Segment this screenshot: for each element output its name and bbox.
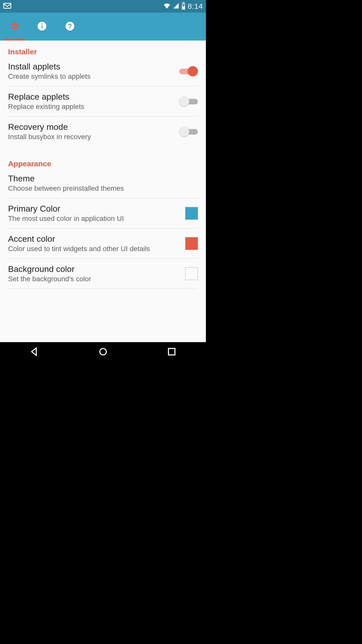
battery-charging-icon (181, 2, 186, 11)
pref-subtitle: Color used to tint widgets and other UI … (8, 245, 150, 253)
pref-texts: Background color Set the background's co… (8, 264, 91, 283)
pref-replace-applets[interactable]: Replace applets Replace existing applets (0, 86, 206, 116)
section-header-installer: Installer (0, 41, 206, 56)
svg-rect-6 (41, 25, 42, 28)
nav-recents-button[interactable] (166, 346, 177, 358)
svg-rect-7 (41, 23, 42, 24)
help-icon: ? (65, 21, 75, 32)
pref-primary-color[interactable]: Primary Color The most used color in app… (0, 198, 206, 228)
pref-theme[interactable]: Theme Choose between preinstalled themes (0, 168, 206, 198)
pref-background-color[interactable]: Background color Set the background's co… (0, 259, 206, 289)
wifi-icon (163, 2, 171, 11)
color-swatch-background[interactable] (185, 267, 198, 280)
svg-rect-3 (183, 2, 184, 3)
pref-texts: Recovery mode Install busybox in recover… (8, 122, 91, 141)
pref-title: Primary Color (8, 204, 124, 214)
section-header-appearance: Appearance (0, 152, 206, 168)
pref-texts: Theme Choose between preinstalled themes (8, 174, 124, 192)
pref-install-applets[interactable]: Install applets Create symlinks to apple… (0, 56, 206, 86)
pref-texts: Accent color Color used to tint widgets … (8, 234, 150, 253)
divider (8, 289, 198, 289)
nav-home-button[interactable] (98, 346, 109, 358)
tab-help[interactable]: ? (56, 13, 84, 41)
pref-subtitle: Set the background's color (8, 275, 91, 283)
pref-title: Accent color (8, 234, 150, 244)
cell-signal-icon (173, 3, 179, 10)
color-swatch-accent[interactable] (185, 237, 198, 250)
pref-title: Install applets (8, 62, 90, 71)
pref-title: Recovery mode (8, 122, 91, 132)
svg-point-10 (100, 348, 106, 355)
switch-replace-applets[interactable] (179, 96, 198, 106)
status-left (3, 2, 12, 11)
info-icon (37, 21, 47, 32)
pref-subtitle: Create symlinks to applets (8, 72, 90, 80)
switch-install-applets[interactable] (179, 66, 198, 76)
pref-subtitle: The most used color in application UI (8, 215, 124, 223)
status-right: 8:14 (163, 2, 203, 11)
pref-title: Replace applets (8, 92, 84, 102)
pref-subtitle: Install busybox in recovery (8, 133, 91, 141)
tab-info[interactable] (28, 13, 56, 41)
status-bar: 8:14 (0, 0, 206, 13)
color-swatch-primary[interactable] (185, 207, 198, 220)
action-bar: ? (0, 13, 206, 41)
switch-recovery-mode[interactable] (179, 127, 198, 137)
android-nav-bar (0, 342, 206, 362)
settings-content[interactable]: Installer Install applets Create symlink… (0, 41, 206, 342)
svg-rect-11 (168, 348, 175, 355)
gear-icon (9, 21, 19, 32)
pref-recovery-mode[interactable]: Recovery mode Install busybox in recover… (0, 116, 206, 146)
pref-subtitle: Replace existing applets (8, 103, 84, 111)
screen: 8:14 ? Installer Install applets Creat (0, 0, 206, 362)
svg-text:?: ? (68, 22, 72, 30)
pref-texts: Replace applets Replace existing applets (8, 92, 84, 111)
gmail-icon (3, 2, 12, 11)
tab-settings[interactable] (0, 13, 28, 41)
nav-back-button[interactable] (29, 346, 40, 358)
svg-rect-0 (4, 3, 11, 8)
pref-subtitle: Choose between preinstalled themes (8, 184, 124, 192)
pref-texts: Install applets Create symlinks to apple… (8, 62, 90, 80)
pref-accent-color[interactable]: Accent color Color used to tint widgets … (0, 228, 206, 258)
pref-texts: Primary Color The most used color in app… (8, 204, 124, 223)
pref-title: Theme (8, 174, 124, 183)
pref-title: Background color (8, 264, 91, 274)
status-time: 8:14 (188, 2, 203, 11)
